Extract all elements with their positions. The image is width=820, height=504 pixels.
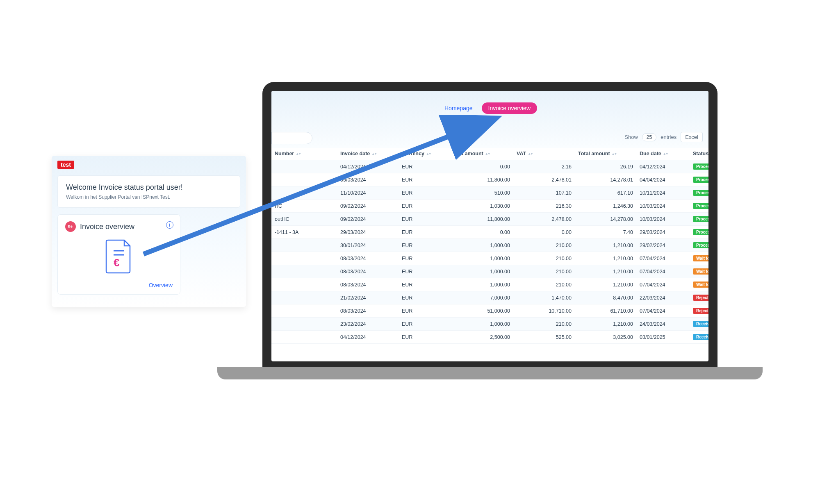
table-row[interactable]: HC09/02/2024EUR1,030.00216.301,246.3010/… xyxy=(271,200,708,213)
col-number[interactable]: Number▲▼ xyxy=(271,151,337,157)
table-row[interactable]: outHC09/02/2024EUR11,800.002,478.0014,27… xyxy=(271,213,708,226)
sort-icon: ▲▼ xyxy=(371,152,376,156)
cell-invoice-date: 23/02/2024 xyxy=(337,321,399,327)
cell-vat: 2,478.00 xyxy=(513,216,575,222)
table-row[interactable]: 11/10/2024EUR510.00107.10617.1010/11/202… xyxy=(271,186,708,200)
cell-net: 1,000.00 xyxy=(452,321,513,327)
table-row[interactable]: 08/03/2024EUR1,000.00210.001,210.0007/04… xyxy=(271,278,708,291)
col-currency[interactable]: Currency▲▼ xyxy=(399,151,452,157)
cell-status: Wait for DD xyxy=(690,268,708,275)
table-row[interactable]: 05/03/2024EUR11,800.002,478.0114,278.010… xyxy=(271,173,708,186)
cell-invoice-date: 30/01/2024 xyxy=(337,243,399,248)
cell-status: Received xyxy=(690,321,708,327)
cell-currency: EUR xyxy=(399,229,452,235)
cell-status: Received xyxy=(690,334,708,340)
col-due-date[interactable]: Due date▲▼ xyxy=(636,151,690,157)
cell-total: 1,210.00 xyxy=(575,282,636,288)
table-row[interactable]: -1411 - 3A29/03/2024EUR0.000.007.4029/03… xyxy=(271,226,708,239)
cell-vat: 2,478.01 xyxy=(513,177,575,183)
cell-total: 14,278.01 xyxy=(575,177,636,183)
invoice-overview-tile[interactable]: 9+ Invoice overview i € Overview xyxy=(57,214,180,295)
cell-currency: EUR xyxy=(399,164,452,170)
cell-invoice-date: 08/03/2024 xyxy=(337,282,399,288)
grid-header-row: Number▲▼ Invoice date▲▼ Currency▲▼ Net a… xyxy=(271,148,708,160)
cell-net: 51,000.00 xyxy=(452,308,513,314)
col-net-amount[interactable]: Net amount▲▼ xyxy=(452,151,513,157)
table-row[interactable]: 30/01/2024EUR1,000.00210.001,210.0029/02… xyxy=(271,239,708,252)
status-badge: Wait for DD xyxy=(693,255,708,261)
col-total-amount[interactable]: Total amount▲▼ xyxy=(575,151,636,157)
cell-due-date: 04/04/2024 xyxy=(636,177,690,183)
cell-invoice-date: 08/03/2024 xyxy=(337,269,399,275)
show-label: Show xyxy=(624,134,638,140)
cell-vat: 10,710.00 xyxy=(513,308,575,314)
cell-total: 1,210.00 xyxy=(575,256,636,261)
cell-invoice-date: 08/03/2024 xyxy=(337,256,399,261)
sort-icon: ▲▼ xyxy=(612,152,617,156)
homepage-popup: test Welcome Invoice status portal user!… xyxy=(52,156,246,307)
grid-toolbar: Show 25 entries Excel xyxy=(624,132,703,142)
tile-title: Invoice overview xyxy=(80,222,134,231)
cell-due-date: 22/03/2024 xyxy=(636,295,690,301)
cell-status: Processed xyxy=(690,190,708,196)
col-status[interactable]: Status xyxy=(690,151,708,157)
cell-currency: EUR xyxy=(399,203,452,209)
status-badge: Received xyxy=(693,334,708,340)
table-row[interactable]: 04/12/2024EUR0.002.1626.1904/12/2024Proc… xyxy=(271,160,708,173)
cell-status: Rejected xyxy=(690,308,708,314)
sort-icon: ▲▼ xyxy=(426,152,431,156)
col-vat[interactable]: VAT▲▼ xyxy=(513,151,575,157)
cell-currency: EUR xyxy=(399,321,452,327)
laptop-frame: Homepage Invoice overview Show 25 entrie… xyxy=(262,82,718,379)
cell-total: 61,710.00 xyxy=(575,308,636,314)
table-row[interactable]: 23/02/2024EUR1,000.00210.001,210.0024/03… xyxy=(271,318,708,331)
svg-text:€: € xyxy=(114,257,119,269)
cell-currency: EUR xyxy=(399,177,452,183)
search-input[interactable] xyxy=(271,132,312,144)
status-badge: Processed xyxy=(693,216,708,222)
cell-vat: 210.00 xyxy=(513,243,575,248)
cell-vat: 107.10 xyxy=(513,190,575,196)
tab-invoice-overview[interactable]: Invoice overview xyxy=(482,102,538,114)
status-badge: Rejected xyxy=(693,308,708,314)
table-row[interactable]: 08/03/2024EUR51,000.0010,710.0061,710.00… xyxy=(271,304,708,318)
tile-count-badge: 9+ xyxy=(65,221,76,232)
col-invoice-date[interactable]: Invoice date▲▼ xyxy=(337,151,399,157)
cell-status: Processed xyxy=(690,163,708,170)
cell-due-date: 24/03/2024 xyxy=(636,321,690,327)
invoice-document-icon: € xyxy=(65,239,173,274)
cell-status: Processed xyxy=(690,216,708,222)
invoice-grid: Number▲▼ Invoice date▲▼ Currency▲▼ Net a… xyxy=(271,148,708,361)
table-row[interactable]: 21/02/2024EUR7,000.001,470.008,470.0022/… xyxy=(271,291,708,304)
export-excel-button[interactable]: Excel xyxy=(681,132,703,142)
cell-due-date: 07/04/2024 xyxy=(636,308,690,314)
cell-net: 1,030.00 xyxy=(452,203,513,209)
table-row[interactable]: 08/03/2024EUR1,000.00210.001,210.0007/04… xyxy=(271,265,708,278)
cell-invoice-date: 04/12/2024 xyxy=(337,334,399,340)
cell-status: Rejected xyxy=(690,295,708,301)
entries-select[interactable]: 25 xyxy=(642,133,656,141)
cell-total: 7.40 xyxy=(575,229,636,235)
tile-overview-link[interactable]: Overview xyxy=(65,282,173,288)
table-row[interactable]: 08/03/2024EUR1,000.00210.001,210.0007/04… xyxy=(271,252,708,265)
entries-label: entries xyxy=(661,134,676,140)
cell-vat: 216.30 xyxy=(513,203,575,209)
cell-net: 1,000.00 xyxy=(452,282,513,288)
cell-vat: 210.00 xyxy=(513,282,575,288)
cell-due-date: 10/03/2024 xyxy=(636,203,690,209)
status-badge: Processed xyxy=(693,242,708,248)
status-badge: Rejected xyxy=(693,295,708,301)
tab-homepage[interactable]: Homepage xyxy=(443,102,474,114)
cell-due-date: 03/01/2025 xyxy=(636,334,690,340)
cell-status: Wait for DD xyxy=(690,282,708,288)
cell-currency: EUR xyxy=(399,269,452,275)
info-icon[interactable]: i xyxy=(166,221,173,229)
cell-status: Processed xyxy=(690,203,708,209)
cell-net: 1,000.00 xyxy=(452,243,513,248)
table-row[interactable]: 04/12/2024EUR2,500.00525.003,025.0003/01… xyxy=(271,331,708,344)
cell-status: Processed xyxy=(690,242,708,248)
cell-currency: EUR xyxy=(399,295,452,301)
cell-net: 11,800.00 xyxy=(452,177,513,183)
cell-vat: 525.00 xyxy=(513,334,575,340)
cell-currency: EUR xyxy=(399,334,452,340)
